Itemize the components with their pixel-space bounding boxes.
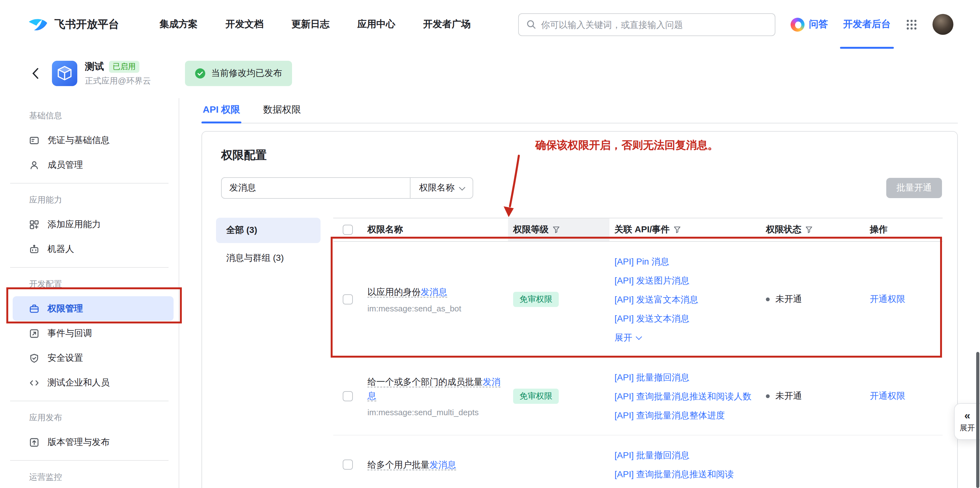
members-icon bbox=[29, 160, 39, 170]
qa-colorful-icon bbox=[791, 17, 805, 31]
sidebar-item-add-capability[interactable]: 添加应用能力 bbox=[13, 212, 173, 237]
filter-icon[interactable] bbox=[673, 226, 681, 234]
table-row: 给多个用户批量发消息 [API] 批量撤回消息 [API] 查询批量消息推送和阅… bbox=[333, 436, 943, 488]
nav-item-changelog[interactable]: 更新日志 bbox=[291, 18, 329, 30]
permission-search-field[interactable] bbox=[222, 178, 410, 198]
filter-icon[interactable] bbox=[552, 226, 560, 234]
topnav-right: 问答 开发者后台 bbox=[791, 0, 953, 49]
sidebar-section-monitoring: 运营监控 bbox=[0, 461, 179, 488]
category-messaging[interactable]: 消息与群组 (3) bbox=[216, 246, 321, 271]
header-name: 权限名称 bbox=[362, 219, 508, 241]
status-dot-icon bbox=[766, 298, 770, 301]
sidebar-section-basic: 基础信息 bbox=[0, 105, 179, 128]
grant-permission-link[interactable]: 开通权限 bbox=[870, 391, 905, 401]
card-title: 权限配置 bbox=[202, 132, 957, 162]
feishu-logo-icon bbox=[28, 16, 48, 33]
global-search[interactable] bbox=[518, 13, 775, 36]
api-list: [API] 批量撤回消息 [API] 查询批量消息推送和阅读人数 [API] 查… bbox=[609, 368, 760, 425]
level-badge: 免审权限 bbox=[513, 292, 559, 307]
table-row: 给一个或多个部门的成员批量发消息 im:message:send_multi_d… bbox=[333, 358, 943, 436]
row-checkbox[interactable] bbox=[343, 459, 353, 470]
chevron-down-icon bbox=[636, 333, 642, 339]
user-avatar[interactable] bbox=[932, 14, 953, 35]
sidebar-section-release: 应用发布 bbox=[0, 401, 179, 430]
nav-item-app-center[interactable]: 应用中心 bbox=[357, 18, 395, 30]
api-link[interactable]: [API] 批量撤回消息 bbox=[614, 368, 760, 387]
chevron-left-icon bbox=[32, 67, 39, 80]
global-search-input[interactable] bbox=[541, 19, 767, 29]
expand-apis-link[interactable]: 展开 bbox=[614, 328, 760, 347]
top-nav: 飞书开放平台 集成方案 开发文档 更新日志 应用中心 开发者广场 问答 开发者后… bbox=[0, 0, 980, 49]
main-menu: 集成方案 开发文档 更新日志 应用中心 开发者广场 bbox=[160, 18, 471, 30]
api-link[interactable]: [API] 查询批量消息推送和阅读人数 bbox=[614, 387, 760, 406]
api-list: [API] Pin 消息 [API] 发送图片消息 [API] 发送富文本消息 … bbox=[609, 252, 760, 347]
header-action: 操作 bbox=[861, 219, 943, 241]
api-link[interactable]: [API] Pin 消息 bbox=[614, 252, 760, 271]
sidebar-item-bot[interactable]: 机器人 bbox=[13, 237, 173, 261]
event-callback-icon bbox=[29, 328, 39, 338]
permission-search-group: 权限名称 bbox=[221, 177, 473, 199]
permission-status: 未开通 bbox=[766, 294, 861, 305]
api-list: [API] 批量撤回消息 [API] 查询批量消息推送和阅读 bbox=[609, 445, 760, 483]
nav-item-integration[interactable]: 集成方案 bbox=[160, 18, 198, 30]
permission-name[interactable]: 给一个或多个部门的成员批量发消息 bbox=[368, 376, 500, 401]
permission-scope: im:message:send_multi_depts bbox=[368, 407, 502, 418]
nav-item-docs[interactable]: 开发文档 bbox=[226, 18, 264, 30]
sidebar-item-permissions[interactable]: 权限管理 bbox=[13, 296, 173, 321]
grant-permission-link[interactable]: 开通权限 bbox=[870, 294, 905, 304]
api-link[interactable]: [API] 批量撤回消息 bbox=[614, 445, 760, 464]
sidebar-item-version-release[interactable]: 版本管理与发布 bbox=[13, 430, 173, 455]
brand[interactable]: 飞书开放平台 bbox=[28, 16, 119, 33]
credential-card-icon bbox=[29, 135, 39, 145]
sidebar: 基础信息 凭证与基础信息 成员管理 应用能力 添加应用能力 bbox=[0, 98, 179, 488]
nav-item-dev-plaza[interactable]: 开发者广场 bbox=[423, 18, 471, 30]
status-badge: 已启用 bbox=[109, 60, 139, 73]
vertical-scrollbar[interactable] bbox=[976, 352, 979, 488]
app-meta: 测试 已启用 正式应用@环界云 bbox=[85, 60, 151, 86]
security-shield-icon bbox=[29, 353, 39, 363]
tab-data-permissions[interactable]: 数据权限 bbox=[262, 98, 302, 123]
category-all[interactable]: 全部 (3) bbox=[216, 218, 321, 243]
batch-grant-button[interactable]: 批量开通 bbox=[886, 178, 942, 198]
permissions-icon bbox=[29, 304, 39, 314]
chevron-down-icon bbox=[459, 184, 465, 190]
permission-tabs: API 权限 数据权限 bbox=[202, 98, 958, 124]
robot-icon bbox=[29, 244, 39, 254]
table-row: 以应用的身份发消息 im:message:send_as_bot 免审权限 [A… bbox=[333, 242, 943, 358]
row-checkbox[interactable] bbox=[343, 391, 353, 401]
status-dot-icon bbox=[766, 395, 770, 398]
permission-config-card: 权限配置 权限名称 批量开通 全部 (3 bbox=[202, 131, 958, 488]
app-subtitle: 正式应用@环界云 bbox=[85, 75, 151, 86]
developer-console-link[interactable]: 开发者后台 bbox=[843, 0, 891, 49]
header-api: 关联 API/事件 bbox=[609, 219, 760, 241]
test-code-icon bbox=[29, 377, 39, 388]
api-link[interactable]: [API] 发送富文本消息 bbox=[614, 290, 760, 309]
qa-link[interactable]: 问答 bbox=[791, 17, 828, 31]
tab-api-permissions[interactable]: API 权限 bbox=[202, 98, 241, 123]
search-icon bbox=[527, 20, 536, 29]
filter-icon[interactable] bbox=[805, 226, 813, 234]
sidebar-section-dev-config: 开发配置 bbox=[0, 268, 179, 296]
back-button[interactable] bbox=[28, 66, 43, 81]
api-link[interactable]: [API] 发送图片消息 bbox=[614, 271, 760, 290]
apps-grid-icon[interactable] bbox=[906, 19, 917, 30]
permission-search-input[interactable] bbox=[229, 183, 402, 193]
permission-name[interactable]: 给多个用户批量发消息 bbox=[368, 459, 456, 470]
sidebar-item-members[interactable]: 成员管理 bbox=[13, 152, 173, 177]
double-chevron-left-icon: « bbox=[964, 410, 970, 421]
permission-name[interactable]: 以应用的身份发消息 bbox=[368, 287, 447, 297]
row-checkbox[interactable] bbox=[343, 294, 353, 304]
sidebar-item-test-corp[interactable]: 测试企业和人员 bbox=[13, 370, 173, 395]
toolbar: 权限名称 批量开通 bbox=[221, 177, 942, 199]
sidebar-item-events[interactable]: 事件与回调 bbox=[13, 321, 173, 345]
release-icon bbox=[29, 437, 39, 447]
permission-table: 权限名称 权限等级 关联 API/事件 权限状态 bbox=[333, 218, 943, 488]
sidebar-item-credentials[interactable]: 凭证与基础信息 bbox=[13, 128, 173, 152]
select-all-checkbox[interactable] bbox=[343, 225, 353, 235]
sidebar-item-security[interactable]: 安全设置 bbox=[13, 345, 173, 370]
api-link[interactable]: [API] 查询批量消息推送和阅读 bbox=[614, 464, 760, 483]
api-link[interactable]: [API] 查询批量消息整体进度 bbox=[614, 406, 760, 425]
table-header: 权限名称 权限等级 关联 API/事件 权限状态 bbox=[333, 218, 943, 242]
search-field-selector[interactable]: 权限名称 bbox=[410, 178, 473, 198]
api-link[interactable]: [API] 发送文本消息 bbox=[614, 309, 760, 328]
